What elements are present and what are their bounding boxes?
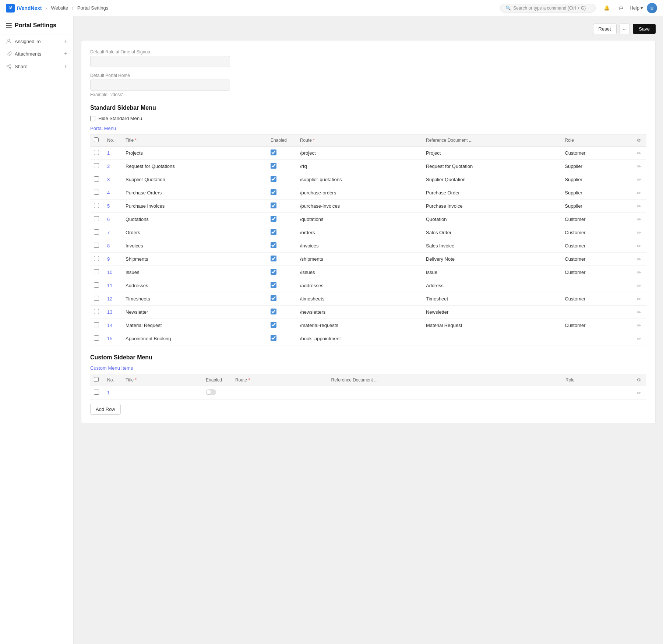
enabled-checkbox-12[interactable] bbox=[271, 295, 276, 301]
edit-icon-4[interactable]: ✏ bbox=[637, 190, 641, 196]
row-checkbox-8[interactable] bbox=[94, 243, 99, 248]
edit-icon-7[interactable]: ✏ bbox=[637, 230, 641, 236]
row-edit-13[interactable]: ✏ bbox=[633, 306, 646, 319]
row-checkbox-12[interactable] bbox=[94, 296, 99, 301]
sidebar-item-attachments[interactable]: Attachments + bbox=[0, 47, 73, 60]
default-role-input[interactable] bbox=[90, 56, 230, 67]
row-edit-9[interactable]: ✏ bbox=[633, 253, 646, 266]
enabled-checkbox-15[interactable] bbox=[271, 335, 276, 341]
avatar[interactable]: U bbox=[647, 3, 657, 13]
row-edit-4[interactable]: ✏ bbox=[633, 186, 646, 200]
row-edit-10[interactable]: ✏ bbox=[633, 266, 646, 279]
edit-icon-11[interactable]: ✏ bbox=[637, 283, 641, 289]
edit-icon-6[interactable]: ✏ bbox=[637, 217, 641, 222]
edit-icon-2[interactable]: ✏ bbox=[637, 163, 641, 169]
edit-icon-5[interactable]: ✏ bbox=[637, 203, 641, 209]
custom-row-checkbox-1[interactable] bbox=[94, 390, 99, 395]
row-route-8: /invoices bbox=[296, 239, 422, 253]
edit-icon-1[interactable]: ✏ bbox=[637, 150, 641, 156]
row-edit-6[interactable]: ✏ bbox=[633, 213, 646, 226]
row-edit-15[interactable]: ✏ bbox=[633, 332, 646, 345]
custom-sidebar-section: Custom Sidebar Menu Custom Menu Items No… bbox=[90, 354, 646, 415]
row-checkbox-11[interactable] bbox=[94, 282, 99, 288]
add-attachment-button[interactable]: + bbox=[64, 50, 67, 57]
enabled-checkbox-5[interactable] bbox=[271, 203, 276, 208]
edit-icon-10[interactable]: ✏ bbox=[637, 270, 641, 275]
row-edit-11[interactable]: ✏ bbox=[633, 279, 646, 292]
edit-icon-15[interactable]: ✏ bbox=[637, 336, 641, 342]
row-checkbox-4[interactable] bbox=[94, 190, 99, 195]
col-header-role: Role bbox=[561, 134, 633, 147]
row-checkbox-9[interactable] bbox=[94, 256, 99, 261]
custom-menu-link[interactable]: Custom Menu Items bbox=[90, 365, 133, 371]
add-assigned-to-button[interactable]: + bbox=[64, 38, 67, 45]
row-no-3: 3 bbox=[103, 173, 122, 186]
edit-icon-13[interactable]: ✏ bbox=[637, 309, 641, 315]
row-checkbox-5[interactable] bbox=[94, 203, 99, 208]
row-edit-3[interactable]: ✏ bbox=[633, 173, 646, 186]
portal-menu-link[interactable]: Portal Menu bbox=[90, 126, 116, 131]
main-content: Reset ··· Save Default Role at Time of S… bbox=[74, 16, 663, 644]
breadcrumb-website[interactable]: Website bbox=[51, 5, 68, 11]
search-box[interactable]: 🔍 Search or type a command (Ctrl + G) bbox=[500, 4, 596, 13]
row-edit-7[interactable]: ✏ bbox=[633, 226, 646, 239]
row-checkbox-3[interactable] bbox=[94, 176, 99, 182]
col-header-no: No. bbox=[103, 134, 122, 147]
row-edit-5[interactable]: ✏ bbox=[633, 200, 646, 213]
enabled-checkbox-2[interactable] bbox=[271, 163, 276, 169]
row-checkbox-15[interactable] bbox=[94, 335, 99, 341]
default-portal-home-input[interactable] bbox=[90, 80, 230, 91]
enabled-checkbox-7[interactable] bbox=[271, 229, 276, 235]
add-share-button[interactable]: + bbox=[64, 63, 67, 70]
custom-settings-gear-icon[interactable]: ⚙ bbox=[637, 377, 641, 383]
row-checkbox-2[interactable] bbox=[94, 163, 99, 168]
sidebar-item-share[interactable]: Share + bbox=[0, 60, 73, 73]
custom-edit-icon-1[interactable]: ✏ bbox=[637, 390, 641, 396]
settings-gear-icon[interactable]: ⚙ bbox=[637, 138, 641, 143]
enabled-checkbox-10[interactable] bbox=[271, 269, 276, 275]
custom-select-all-checkbox[interactable] bbox=[94, 377, 99, 382]
sidebar-item-assigned-to[interactable]: Assigned To + bbox=[0, 35, 73, 47]
save-button[interactable]: Save bbox=[633, 24, 656, 34]
hamburger-menu[interactable] bbox=[6, 23, 12, 28]
enabled-checkbox-3[interactable] bbox=[271, 176, 276, 182]
row-checkbox-6[interactable] bbox=[94, 216, 99, 221]
row-edit-14[interactable]: ✏ bbox=[633, 319, 646, 332]
breadcrumb-portal-settings[interactable]: Portal Settings bbox=[77, 5, 109, 11]
row-edit-2[interactable]: ✏ bbox=[633, 160, 646, 173]
row-edit-1[interactable]: ✏ bbox=[633, 147, 646, 160]
edit-icon-3[interactable]: ✏ bbox=[637, 177, 641, 183]
custom-row-edit-1[interactable]: ✏ bbox=[633, 386, 646, 400]
edit-icon-9[interactable]: ✏ bbox=[637, 256, 641, 262]
enabled-checkbox-4[interactable] bbox=[271, 189, 276, 195]
reset-button[interactable]: Reset bbox=[593, 24, 617, 34]
app-logo[interactable]: iV iVendNext bbox=[6, 4, 42, 13]
row-checkbox-14[interactable] bbox=[94, 322, 99, 327]
enabled-checkbox-13[interactable] bbox=[271, 309, 276, 314]
hide-standard-checkbox[interactable] bbox=[90, 116, 95, 121]
row-checkbox-7[interactable] bbox=[94, 229, 99, 235]
edit-icon-14[interactable]: ✏ bbox=[637, 323, 641, 328]
more-options-button[interactable]: ··· bbox=[620, 24, 630, 34]
notifications-icon[interactable]: 🔔 bbox=[602, 3, 612, 13]
row-checkbox-13[interactable] bbox=[94, 309, 99, 314]
enabled-checkbox-14[interactable] bbox=[271, 322, 276, 328]
edit-icon-8[interactable]: ✏ bbox=[637, 243, 641, 249]
row-edit-12[interactable]: ✏ bbox=[633, 292, 646, 306]
enabled-checkbox-6[interactable] bbox=[271, 216, 276, 222]
row-checkbox-1[interactable] bbox=[94, 150, 99, 155]
bookmark-icon[interactable]: 🏷 bbox=[616, 3, 626, 13]
enabled-checkbox-1[interactable] bbox=[271, 149, 276, 155]
add-row-button[interactable]: Add Row bbox=[90, 404, 121, 415]
row-checkbox-10[interactable] bbox=[94, 269, 99, 274]
help-menu[interactable]: Help ▾ bbox=[630, 5, 643, 11]
row-enabled-8 bbox=[267, 239, 296, 253]
enabled-checkbox-8[interactable] bbox=[271, 242, 276, 248]
row-edit-8[interactable]: ✏ bbox=[633, 239, 646, 253]
enabled-checkbox-9[interactable] bbox=[271, 256, 276, 261]
select-all-checkbox[interactable] bbox=[94, 137, 99, 142]
edit-icon-12[interactable]: ✏ bbox=[637, 296, 641, 302]
hide-standard-label[interactable]: Hide Standard Menu bbox=[98, 116, 142, 121]
custom-enabled-toggle-1[interactable] bbox=[206, 389, 216, 395]
enabled-checkbox-11[interactable] bbox=[271, 282, 276, 288]
